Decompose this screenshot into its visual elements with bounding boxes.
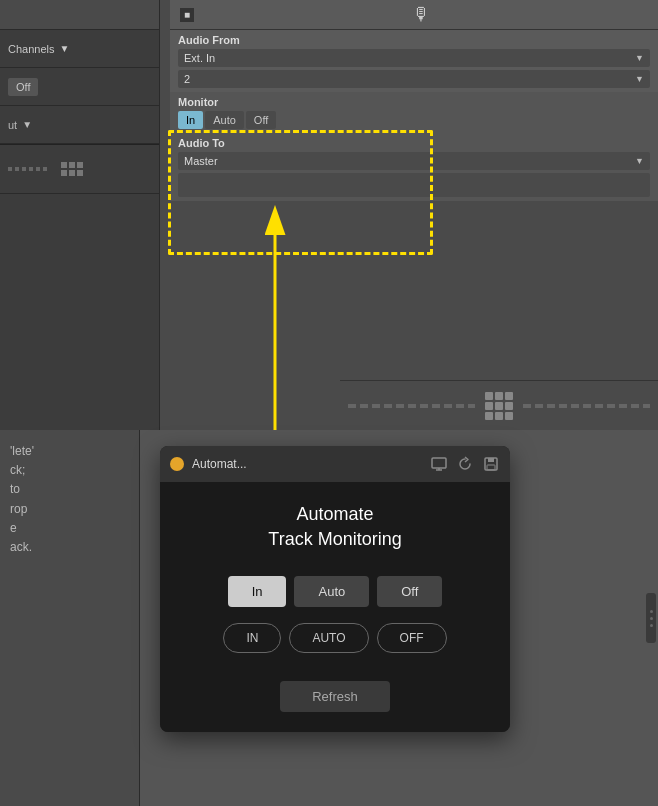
dash-line-right [523,404,650,408]
ut-arrow: ▼ [22,119,32,130]
plugin-in-button[interactable]: In [228,576,287,607]
channel-arrow: ▼ [635,74,644,84]
monitor-auto-btn-daw[interactable]: Auto [205,111,244,129]
audio-from-label: Audio From [178,34,650,46]
audio-from-section: Audio From Ext. In ▼ 2 ▼ [170,30,658,92]
plugin-auto-button[interactable]: Auto [294,576,369,607]
audio-to-label: Audio To [178,137,650,149]
plugin-body: Automate Track Monitoring In Auto Off IN… [160,482,510,732]
refresh-area: Refresh [176,673,494,712]
channels-label: Channels [8,43,54,55]
bottom-section: 'lete' ck; to rop e ack. Automat... [0,430,658,806]
refresh-button[interactable]: Refresh [280,681,390,712]
track-header: ■ 🎙 [170,0,658,30]
mic-icon-area: 🎙 [194,4,648,25]
audio-to-section: Audio To Master ▼ [170,133,658,201]
channel-dropdown[interactable]: 2 ▼ [178,70,650,88]
grid-decor [61,162,83,176]
monitor-label: Monitor [178,96,650,108]
sidebar-line1: 'lete' [10,444,34,458]
plugin-override-in-button[interactable]: IN [223,623,281,653]
plugin-off-button[interactable]: Off [377,576,442,607]
stop-icon: ■ [180,8,194,22]
yellow-arrow [255,200,295,430]
plugin-override-buttons: IN AUTO OFF [176,623,494,653]
ext-in-arrow: ▼ [635,53,644,63]
master-text: Master [184,155,631,167]
lp-off-row: Off [0,68,159,106]
plugin-title: Automat... [192,457,422,471]
lp-channels-row: Channels ▼ [0,30,159,68]
plugin-titlebar: Automat... [160,446,510,482]
left-sidebar: 'lete' ck; to rop e ack. [0,430,140,806]
dash-decor [8,167,48,171]
left-panel: Channels ▼ Off ut ▼ [0,0,160,430]
grid-icon-bar [485,392,513,420]
off-button[interactable]: Off [8,78,38,96]
master-arrow: ▼ [635,156,644,166]
ext-in-dropdown[interactable]: Ext. In ▼ [178,49,650,67]
ut-label: ut [8,119,17,131]
sidebar-line2: ck; [10,463,25,477]
right-content: Automat... [140,430,658,806]
empty-row [178,173,650,197]
sidebar-line4: rop [10,502,27,516]
waveform-area: ■ 🎙 Audio From Ext. In ▼ 2 ▼ Monitor In [170,0,658,430]
lp-bottom-row [0,144,159,194]
plugin-monitor-buttons: In Auto Off [176,576,494,607]
bottom-bar [340,380,658,430]
monitor-buttons-daw: In Auto Off [178,111,650,129]
monitor-off-btn-daw[interactable]: Off [246,111,276,129]
plugin-override-auto-button[interactable]: AUTO [289,623,368,653]
traffic-light[interactable] [170,457,184,471]
titlebar-save-icon[interactable] [482,455,500,473]
sidebar-line3: to [10,482,20,496]
plugin-window: Automat... [160,446,510,732]
plugin-override-off-button[interactable]: OFF [377,623,447,653]
sidebar-line5: e [10,521,17,535]
right-handle [646,593,656,643]
svg-rect-6 [488,458,494,462]
lp-header-row [0,0,159,30]
monitor-section: Monitor In Auto Off [170,92,658,133]
lp-ut-row: ut ▼ [0,106,159,144]
titlebar-screen-icon[interactable] [430,455,448,473]
daw-top-area: Channels ▼ Off ut ▼ ■ [0,0,658,430]
sidebar-text: 'lete' ck; to rop e ack. [0,430,139,569]
master-dropdown[interactable]: Master ▼ [178,152,650,170]
monitor-in-btn-daw[interactable]: In [178,111,203,129]
ext-in-text: Ext. In [184,52,631,64]
channel-text: 2 [184,73,631,85]
mic-icon: 🎙 [412,4,430,25]
plugin-main-title: Automate Track Monitoring [176,502,494,552]
sidebar-line6: ack. [10,540,32,554]
svg-rect-2 [432,458,446,468]
titlebar-refresh-icon[interactable] [456,455,474,473]
channels-arrow: ▼ [59,43,69,54]
titlebar-icons [430,455,500,473]
dash-line-left [348,404,475,408]
